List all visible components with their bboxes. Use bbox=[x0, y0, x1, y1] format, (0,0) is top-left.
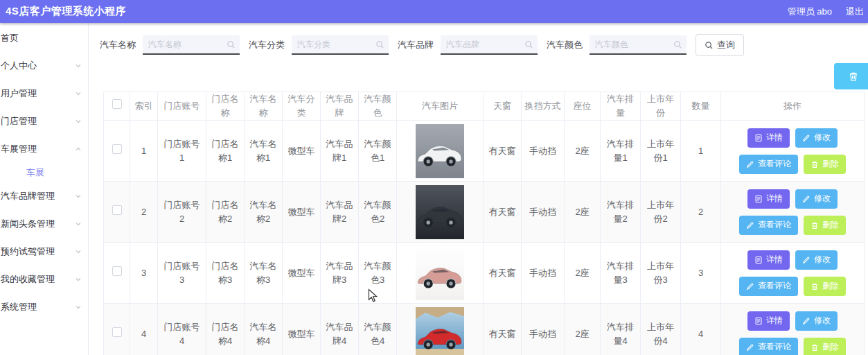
document-icon bbox=[754, 317, 763, 325]
column-header: 座位 bbox=[565, 92, 601, 121]
view-comments-button[interactable]: 查看评论 bbox=[739, 277, 798, 296]
chevron-down-icon bbox=[75, 248, 82, 255]
sidebar-item-label: 新闻头条管理 bbox=[1, 218, 75, 230]
column-header: 换挡方式 bbox=[522, 92, 565, 121]
cell-store-name: 门店名称2 bbox=[206, 182, 245, 243]
column-header: 汽车图片 bbox=[397, 92, 484, 121]
column-header: 操作 bbox=[721, 92, 865, 121]
sidebar-item-label: 首页 bbox=[1, 32, 82, 44]
car-color-input[interactable] bbox=[590, 35, 667, 53]
delete-button[interactable]: 删除 bbox=[804, 216, 846, 235]
search-icon bbox=[673, 40, 682, 49]
cell-index: 4 bbox=[130, 304, 158, 355]
cell-launch-year: 上市年份2 bbox=[641, 182, 681, 243]
chevron-down-icon bbox=[75, 90, 82, 97]
column-header: 门店名称 bbox=[206, 92, 245, 121]
cell-transmission: 手动挡 bbox=[522, 243, 565, 304]
pencil-icon bbox=[746, 221, 754, 230]
sidebar-item-label: 系统管理 bbox=[1, 301, 75, 313]
sidebar-item-personal-center[interactable]: 个人中心 bbox=[0, 52, 88, 80]
cell-select bbox=[104, 243, 130, 304]
sidebar-item-store-management[interactable]: 门店管理 bbox=[0, 107, 88, 135]
sidebar-item-label: 用户管理 bbox=[1, 87, 75, 100]
cell-seats: 2座 bbox=[565, 121, 601, 182]
cell-displacement: 汽车排量1 bbox=[601, 121, 641, 182]
pencil-icon bbox=[802, 317, 811, 325]
cell-actions: 详情修改查看评论删除 bbox=[721, 182, 865, 243]
cell-index: 1 bbox=[130, 121, 158, 182]
search-icon bbox=[705, 41, 714, 50]
sidebar-item-test-drive-management[interactable]: 预约试驾管理 bbox=[0, 238, 88, 266]
logout-link[interactable]: 退出 bbox=[846, 6, 864, 18]
delete-button[interactable]: 删除 bbox=[804, 155, 846, 174]
pencil-icon bbox=[746, 282, 754, 291]
cell-car-image bbox=[397, 182, 484, 243]
car-brand-input[interactable] bbox=[441, 35, 518, 53]
cell-displacement: 汽车排量2 bbox=[601, 182, 641, 243]
cell-actions: 详情修改查看评论删除 bbox=[721, 304, 865, 355]
sidebar-item-news-management[interactable]: 新闻头条管理 bbox=[0, 210, 88, 238]
chevron-up-icon bbox=[75, 146, 82, 153]
sidebar-subitem-car-show[interactable]: 车展 bbox=[0, 163, 88, 182]
row-checkbox[interactable] bbox=[112, 144, 122, 154]
cell-seats: 2座 bbox=[565, 182, 601, 243]
batch-delete-button[interactable] bbox=[834, 63, 868, 89]
row-checkbox[interactable] bbox=[112, 266, 122, 276]
current-user-label: 管理员 abo bbox=[788, 6, 832, 18]
car-category-input[interactable] bbox=[292, 35, 369, 53]
sidebar-item-favorites-management[interactable]: 我的收藏管理 bbox=[0, 266, 88, 293]
cell-car-brand: 汽车品牌4 bbox=[321, 304, 359, 355]
view-comments-button[interactable]: 查看评论 bbox=[739, 155, 798, 174]
sidebar-item-system-management[interactable]: 系统管理 bbox=[0, 293, 88, 321]
chevron-down-icon bbox=[75, 220, 82, 227]
cell-car-category: 微型车 bbox=[283, 243, 321, 304]
cell-store-name: 门店名称4 bbox=[206, 304, 245, 355]
query-button[interactable]: 查询 bbox=[696, 34, 744, 56]
sidebar-item-label: 车展管理 bbox=[1, 143, 75, 155]
row-checkbox[interactable] bbox=[112, 327, 122, 337]
cell-car-category: 微型车 bbox=[283, 304, 321, 355]
cell-car-name: 汽车名称3 bbox=[245, 243, 283, 304]
view-comments-button[interactable]: 查看评论 bbox=[739, 216, 798, 235]
car-image bbox=[416, 246, 464, 300]
top-header-bar: 4S店客户管理系统小程序 管理员 abo 退出 bbox=[0, 0, 868, 23]
cell-select bbox=[104, 121, 130, 182]
detail-button[interactable]: 详情 bbox=[747, 311, 790, 331]
cell-sunroof: 有天窗 bbox=[484, 182, 522, 243]
cell-quantity: 3 bbox=[681, 243, 721, 304]
detail-button[interactable]: 详情 bbox=[747, 189, 790, 209]
cell-car-category: 微型车 bbox=[283, 121, 321, 182]
cell-car-color: 汽车颜色4 bbox=[359, 304, 397, 355]
car-table-wrap: 索引门店账号门店名称汽车名称汽车分类汽车品牌汽车颜色汽车图片天窗换挡方式座位汽车… bbox=[103, 92, 865, 355]
search-bar: 汽车名称汽车分类汽车品牌汽车颜色 查询 bbox=[100, 34, 744, 56]
edit-button[interactable]: 修改 bbox=[795, 250, 838, 270]
view-comments-button[interactable]: 查看评论 bbox=[739, 338, 798, 355]
select-all-checkbox[interactable] bbox=[112, 99, 122, 109]
edit-button[interactable]: 修改 bbox=[795, 311, 838, 331]
cell-car-image bbox=[397, 121, 484, 182]
car-name-input[interactable] bbox=[143, 35, 220, 53]
sidebar-item-car-brand-management[interactable]: 汽车品牌管理 bbox=[0, 182, 88, 210]
chevron-down-icon bbox=[75, 304, 82, 311]
cell-sunroof: 有天窗 bbox=[484, 121, 522, 182]
chevron-down-icon bbox=[75, 62, 82, 69]
cell-quantity: 2 bbox=[681, 182, 721, 243]
edit-button[interactable]: 修改 bbox=[795, 189, 838, 209]
document-icon bbox=[754, 256, 763, 264]
sidebar-subitem-label: 车展 bbox=[26, 166, 44, 179]
column-header: 天窗 bbox=[484, 92, 522, 121]
sidebar-item-car-show-management[interactable]: 车展管理 bbox=[0, 135, 88, 163]
sidebar-item-home[interactable]: 首页 bbox=[0, 24, 88, 52]
delete-button[interactable]: 删除 bbox=[804, 277, 846, 296]
detail-button[interactable]: 详情 bbox=[747, 250, 790, 270]
trash-icon bbox=[811, 160, 819, 168]
cell-car-image bbox=[397, 243, 484, 304]
cell-actions: 详情修改查看评论删除 bbox=[721, 121, 865, 182]
row-checkbox[interactable] bbox=[112, 205, 122, 215]
cell-car-brand: 汽车品牌3 bbox=[321, 243, 359, 304]
delete-button[interactable]: 删除 bbox=[804, 338, 846, 355]
sidebar-item-user-management[interactable]: 用户管理 bbox=[0, 80, 88, 107]
detail-button[interactable]: 详情 bbox=[747, 128, 790, 148]
edit-button[interactable]: 修改 bbox=[795, 128, 838, 148]
sidebar-item-label: 我的收藏管理 bbox=[1, 273, 75, 286]
